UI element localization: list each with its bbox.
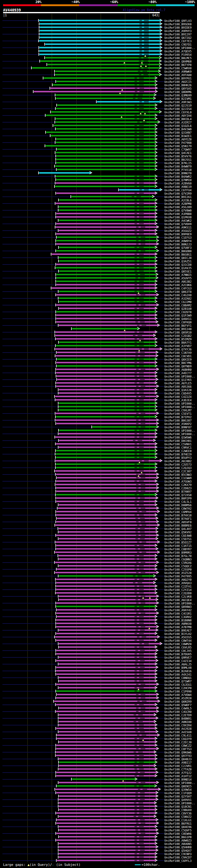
hit-bar[interactable] <box>59 714 154 716</box>
hit-bar[interactable] <box>56 98 153 99</box>
hit-bar[interactable] <box>56 626 156 627</box>
hit-bar[interactable] <box>32 67 159 69</box>
hit-bar[interactable] <box>97 101 160 102</box>
hit-bar[interactable] <box>56 582 153 584</box>
hit-bar[interactable] <box>52 287 155 289</box>
hit-bar[interactable] <box>56 321 156 323</box>
hit-bar[interactable] <box>56 772 156 773</box>
hit-bar[interactable] <box>57 169 155 170</box>
hit-bar[interactable] <box>59 805 155 807</box>
hit-bar[interactable] <box>45 145 155 147</box>
hit-bar[interactable] <box>56 311 155 313</box>
hit-bar[interactable] <box>59 721 154 722</box>
hit-bar[interactable] <box>55 470 155 472</box>
hit-bar[interactable] <box>59 538 156 539</box>
hit-bar[interactable] <box>56 274 156 275</box>
hit-bar[interactable] <box>56 487 156 489</box>
hit-bar[interactable] <box>56 711 156 712</box>
hit-bar[interactable] <box>56 792 156 794</box>
hit-bar[interactable] <box>59 646 155 648</box>
hit-bar[interactable] <box>59 802 154 804</box>
hit-bar[interactable] <box>59 247 155 248</box>
hit-bar[interactable] <box>56 267 155 269</box>
hit-bar[interactable] <box>119 189 160 191</box>
hit-bar[interactable] <box>56 653 155 655</box>
hit-bar[interactable] <box>59 298 155 299</box>
hit-bar[interactable] <box>40 37 160 38</box>
hit-bar[interactable] <box>40 30 160 31</box>
hit-bar[interactable] <box>57 819 156 820</box>
hit-bar[interactable] <box>56 751 154 753</box>
hit-bar[interactable] <box>59 643 160 645</box>
hit-bar[interactable] <box>56 162 155 163</box>
hit-bar[interactable] <box>39 40 160 41</box>
hit-bar[interactable] <box>56 121 158 123</box>
hit-bar[interactable] <box>46 131 155 133</box>
hit-bar[interactable] <box>56 362 155 363</box>
hit-bar[interactable] <box>59 406 155 407</box>
hit-bar[interactable] <box>56 521 156 523</box>
hit-bar[interactable] <box>59 291 155 292</box>
hit-bar[interactable] <box>57 609 155 611</box>
hit-bar[interactable] <box>56 823 156 824</box>
hit-bar[interactable] <box>56 420 156 421</box>
hit-bar[interactable] <box>45 43 160 45</box>
hit-bar[interactable] <box>56 372 155 373</box>
hit-bar[interactable] <box>56 382 155 384</box>
hit-bar[interactable] <box>59 565 155 566</box>
hit-bar[interactable] <box>57 352 156 353</box>
hit-bar[interactable] <box>56 460 160 462</box>
hit-bar[interactable] <box>59 555 155 556</box>
hit-bar[interactable] <box>56 501 155 502</box>
hit-bar[interactable] <box>59 206 155 208</box>
hit-bar[interactable] <box>56 155 155 157</box>
hit-bar[interactable] <box>56 650 156 651</box>
hit-bar[interactable] <box>57 568 155 570</box>
hit-bar[interactable] <box>56 833 156 834</box>
hit-bar[interactable] <box>59 301 155 302</box>
hit-bar[interactable] <box>57 518 156 519</box>
hit-bar[interactable] <box>56 348 160 350</box>
hit-bar[interactable] <box>59 528 156 529</box>
hit-bar[interactable] <box>56 369 156 370</box>
hit-bar[interactable] <box>59 816 154 817</box>
hit-bar[interactable] <box>34 91 155 92</box>
hit-bar[interactable] <box>56 213 155 214</box>
hit-bar[interactable] <box>56 660 156 661</box>
hit-bar[interactable] <box>56 331 155 333</box>
hit-bar[interactable] <box>59 826 155 827</box>
hit-bar[interactable] <box>56 463 155 465</box>
hit-bar[interactable] <box>59 409 155 411</box>
hit-bar[interactable] <box>59 446 155 448</box>
hit-bar[interactable] <box>56 480 155 482</box>
hit-bar[interactable] <box>56 684 156 685</box>
hit-bar[interactable] <box>56 223 155 224</box>
hit-bar[interactable] <box>57 616 155 617</box>
hit-bar[interactable] <box>56 335 153 336</box>
hit-bar[interactable] <box>56 704 155 706</box>
hit-bar[interactable] <box>56 666 156 668</box>
hit-bar[interactable] <box>56 670 155 672</box>
hit-bar[interactable] <box>56 176 155 177</box>
hit-bar[interactable] <box>56 748 156 749</box>
hit-bar[interactable] <box>56 159 155 160</box>
hit-bar[interactable] <box>56 240 156 241</box>
hit-bar[interactable] <box>55 186 155 187</box>
hit-bar[interactable] <box>59 308 155 309</box>
hit-bar[interactable] <box>52 253 155 255</box>
hit-bar[interactable] <box>59 795 156 797</box>
hit-bar[interactable] <box>59 768 155 770</box>
hit-bar[interactable] <box>59 230 155 231</box>
hit-bar[interactable] <box>56 745 155 746</box>
hit-bar[interactable] <box>57 734 157 736</box>
hit-bar[interactable] <box>47 64 159 65</box>
hit-bar[interactable] <box>56 192 155 194</box>
hit-bar[interactable] <box>56 755 155 756</box>
hit-label[interactable]: UniRef100_C6PFL3 <box>164 859 192 863</box>
hit-bar[interactable] <box>59 680 155 682</box>
hit-bar[interactable] <box>56 548 156 550</box>
hit-bar[interactable] <box>56 541 157 543</box>
hit-bar[interactable] <box>56 491 156 492</box>
hit-bar[interactable] <box>56 534 156 536</box>
hit-bar[interactable] <box>56 250 156 252</box>
